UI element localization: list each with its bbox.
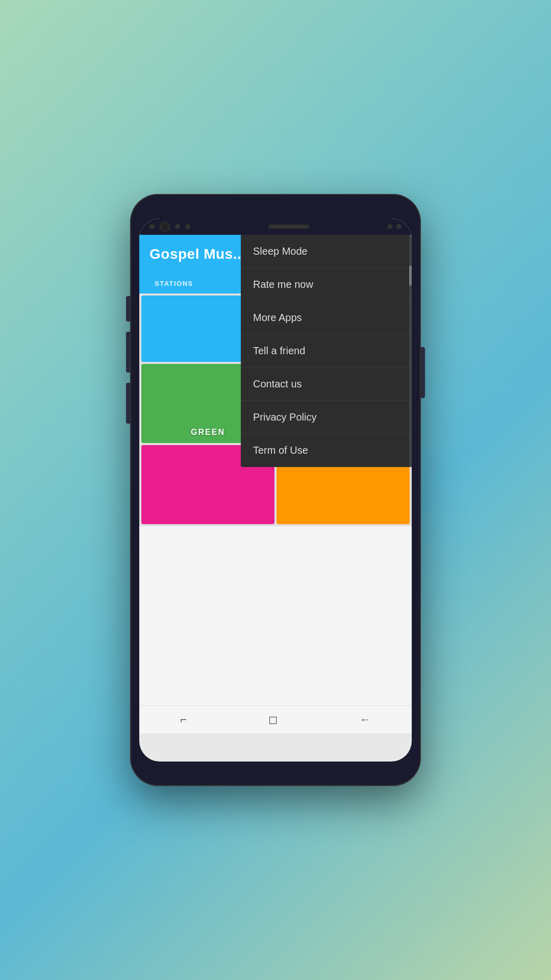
back-btn[interactable]: ← — [349, 709, 381, 730]
home-icon: ◻ — [268, 713, 278, 726]
menu-item-tell-a-friend[interactable]: Tell a friend — [241, 334, 412, 368]
status-icon-2 — [396, 224, 402, 229]
phone-screen: Gospel Mus... STATIONS LIGHT BLUE › GREE… — [139, 218, 412, 762]
menu-item-term-of-use[interactable]: Term of Use — [241, 434, 412, 467]
volume-up-btn[interactable] — [126, 332, 130, 373]
menu-item-sleep-mode[interactable]: Sleep Mode — [241, 235, 412, 268]
front-camera — [160, 222, 170, 232]
app-content: Gospel Mus... STATIONS LIGHT BLUE › GREE… — [139, 235, 412, 733]
volume-mute-btn[interactable] — [126, 296, 130, 322]
status-bar — [139, 218, 412, 235]
earpiece-speaker — [268, 225, 309, 229]
menu-item-contact-us[interactable]: Contact us — [241, 368, 412, 401]
phone-frame: Gospel Mus... STATIONS LIGHT BLUE › GREE… — [130, 194, 421, 786]
camera-area — [149, 222, 190, 232]
menu-item-rate-me-now[interactable]: Rate me now — [241, 268, 412, 301]
tab-stations[interactable]: STATIONS — [149, 280, 198, 287]
bottom-nav: ⌐ ◻ ← — [139, 705, 412, 733]
sensor-dot-3 — [185, 224, 190, 229]
back-icon: ← — [360, 713, 371, 726]
recent-apps-btn[interactable]: ⌐ — [170, 709, 197, 730]
sensor-dot — [149, 224, 155, 229]
recent-icon: ⌐ — [180, 713, 187, 726]
menu-item-more-apps[interactable]: More Apps — [241, 301, 412, 334]
home-btn[interactable]: ◻ — [258, 709, 288, 730]
sensor-dot-2 — [175, 224, 180, 229]
app-title: Gospel Mus... — [149, 246, 246, 262]
power-btn[interactable] — [421, 347, 425, 398]
status-icons — [387, 224, 402, 229]
menu-item-privacy-policy[interactable]: Privacy Policy — [241, 401, 412, 434]
dropdown-menu: Sleep Mode Rate me now More Apps Tell a … — [241, 235, 412, 467]
volume-down-btn[interactable] — [126, 383, 130, 424]
status-icon-1 — [387, 224, 392, 229]
station-label-green: GREEN — [191, 428, 225, 437]
